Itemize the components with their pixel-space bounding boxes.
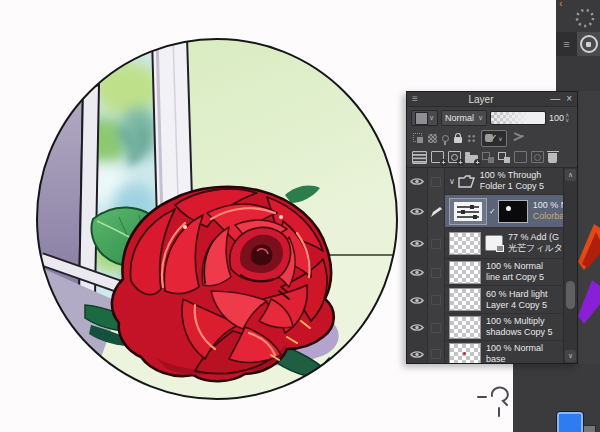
merge-down-button[interactable] xyxy=(498,152,510,163)
scroll-down-button[interactable]: ∨ xyxy=(565,350,576,362)
layer-opacity-mode: 60 % Hard light xyxy=(486,289,548,300)
layer-list-scrollbar[interactable]: ∧ ∨ xyxy=(563,168,577,363)
enable-mask-button[interactable] xyxy=(467,134,476,143)
sunburst-icon[interactable] xyxy=(572,5,598,31)
blend-controls-row: ∨ Normal ∨ 100 ∧ ∨ xyxy=(407,107,577,129)
delete-layer-button[interactable] xyxy=(548,151,557,163)
ruler-button[interactable] xyxy=(512,133,524,143)
expand-chevron-icon[interactable]: ∨ xyxy=(449,177,455,186)
mask-link-check-icon: ✓ xyxy=(489,207,496,216)
layer-thumbnail[interactable] xyxy=(449,232,481,255)
top-right-panel-cluster: ‹ ≡ xyxy=(556,0,600,91)
panel-menu-button[interactable]: ≡ xyxy=(556,32,577,56)
target-layer-icon xyxy=(485,134,493,142)
palette-options-button[interactable] xyxy=(412,151,427,164)
layer-row-lineart[interactable]: 100 % Normal line art Copy 5 xyxy=(445,259,577,286)
reference-art-purple xyxy=(578,280,600,324)
layer-thumbnail[interactable] xyxy=(449,261,481,284)
chevron-down-icon: ∨ xyxy=(429,114,434,122)
new-correction-layer-button[interactable]: + xyxy=(448,151,461,163)
opacity-field[interactable]: 100 ∧ ∨ xyxy=(549,113,573,123)
scroll-up-button[interactable]: ∧ xyxy=(565,169,576,181)
minimize-button[interactable]: — xyxy=(550,94,560,104)
layer-name: base xyxy=(486,354,543,363)
record-button[interactable] xyxy=(577,32,600,56)
apply-mask-button[interactable] xyxy=(531,151,544,163)
editing-pencil-icon[interactable] xyxy=(428,195,444,228)
current-color-swatch[interactable] xyxy=(557,412,583,432)
lock-layer-button[interactable] xyxy=(454,133,462,143)
layer-color-swatch-icon xyxy=(415,112,428,125)
new-raster-layer-button[interactable]: + xyxy=(431,151,444,163)
pin-layer-button[interactable] xyxy=(442,135,449,142)
layer-name: Layer 4 Copy 5 xyxy=(486,300,548,311)
layer-opacity-mode: 100 % Multiply xyxy=(486,316,553,327)
new-folder-button[interactable]: + xyxy=(465,152,478,163)
scrollbar-thumb[interactable] xyxy=(566,281,575,309)
filter-layer-icon xyxy=(485,235,503,251)
layer-actions-toolbar: + + + xyxy=(407,147,577,167)
layer-mask-thumbnail[interactable] xyxy=(498,200,528,223)
plus-icon: + xyxy=(440,159,447,166)
rotate-cursor xyxy=(472,378,520,420)
plus-icon: + xyxy=(457,159,464,166)
layer-opacity-mode: 100 % Normal xyxy=(486,261,544,272)
layer-rows: ∨ 100 % Through Folder 1 Copy 5 xyxy=(445,168,577,363)
layer-row-shadows[interactable]: 100 % Multiply shadows Copy 5 xyxy=(445,314,577,341)
eye-icon[interactable] xyxy=(407,168,427,195)
layer-row-filter[interactable]: 77 % Add (G 光芒フィルター xyxy=(445,228,577,259)
layer-opacity-mode: 100 % Through xyxy=(480,170,544,181)
reference-art-orange xyxy=(578,220,600,270)
edit-target-cell[interactable] xyxy=(428,314,444,341)
back-chevron-icon[interactable]: ‹ xyxy=(559,0,563,9)
eye-icon[interactable] xyxy=(407,314,427,341)
lock-transparent-pixels-button[interactable] xyxy=(428,134,437,143)
eye-icon[interactable] xyxy=(407,259,427,286)
canvas-artwork[interactable] xyxy=(35,37,399,401)
panel-title: Layer xyxy=(418,94,544,105)
layer-color-dropdown[interactable]: ∨ xyxy=(411,110,438,126)
layer-name: line art Copy 5 xyxy=(486,272,544,283)
set-as-editing-target-button[interactable]: ✓ ∨ xyxy=(481,130,507,147)
layer-lock-toolbar: ✓ ∨ xyxy=(407,129,577,147)
menu-icon: ≡ xyxy=(563,38,569,50)
folder-icon xyxy=(458,175,475,188)
layer-thumbnail[interactable] xyxy=(449,288,481,311)
eye-icon[interactable] xyxy=(407,195,427,228)
blend-mode-value: Normal xyxy=(445,113,474,123)
layer-row-base[interactable]: 100 % Normal base xyxy=(445,341,577,363)
opacity-slider[interactable] xyxy=(490,111,546,125)
eye-icon[interactable] xyxy=(407,228,427,259)
eye-icon[interactable] xyxy=(407,341,427,363)
spinner-down-icon[interactable]: ∨ xyxy=(565,118,569,123)
window-left-frame xyxy=(35,85,99,401)
clip-to-layer-below-button[interactable] xyxy=(413,133,423,143)
sub-color-chip[interactable] xyxy=(583,425,596,432)
transfer-down-button[interactable] xyxy=(482,152,494,163)
visibility-column xyxy=(407,168,428,363)
edit-target-cell[interactable] xyxy=(428,228,444,259)
layer-row-folder[interactable]: ∨ 100 % Through Folder 1 Copy 5 xyxy=(445,168,577,195)
app-window: ‹ ≡ ≡ Layer — × xyxy=(0,0,600,432)
correction-layer-thumbnail[interactable] xyxy=(449,198,487,225)
opacity-value: 100 xyxy=(549,113,564,123)
record-icon xyxy=(580,35,598,53)
edit-target-cell[interactable] xyxy=(428,259,444,286)
edit-target-cell[interactable] xyxy=(428,168,444,195)
eye-icon[interactable] xyxy=(407,286,427,314)
layer-name: Folder 1 Copy 5 xyxy=(480,181,544,192)
layer-thumbnail[interactable] xyxy=(449,316,481,339)
edit-target-cell[interactable] xyxy=(428,286,444,314)
blend-mode-dropdown[interactable]: Normal ∨ xyxy=(441,110,487,126)
create-mask-button[interactable] xyxy=(514,151,527,163)
layer-row-correction-selected[interactable]: ✓ 100 % N Colorba xyxy=(445,195,577,228)
close-button[interactable]: × xyxy=(566,94,572,104)
layer-panel-titlebar[interactable]: ≡ Layer — × xyxy=(407,92,577,107)
plus-icon: + xyxy=(474,159,481,166)
chevron-down-icon: ∨ xyxy=(498,135,502,142)
layer-thumbnail[interactable] xyxy=(449,343,481,364)
layer-row-hardlight[interactable]: 60 % Hard light Layer 4 Copy 5 xyxy=(445,286,577,314)
edit-target-cell[interactable] xyxy=(428,341,444,363)
chevron-down-icon: ∨ xyxy=(478,114,483,122)
layer-opacity-mode: 100 % Normal xyxy=(486,343,543,354)
